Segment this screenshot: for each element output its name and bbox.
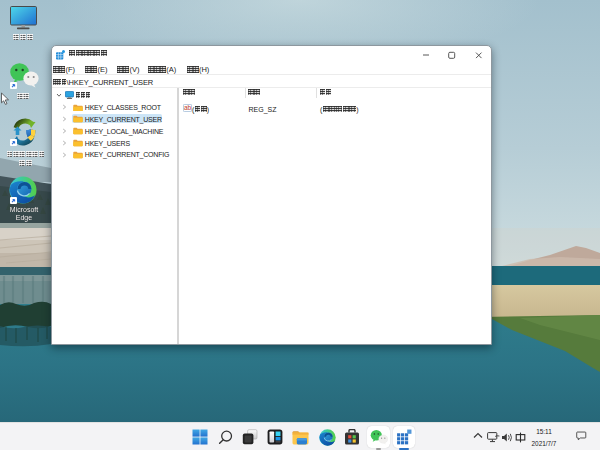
svg-text:ab: ab	[184, 104, 192, 111]
